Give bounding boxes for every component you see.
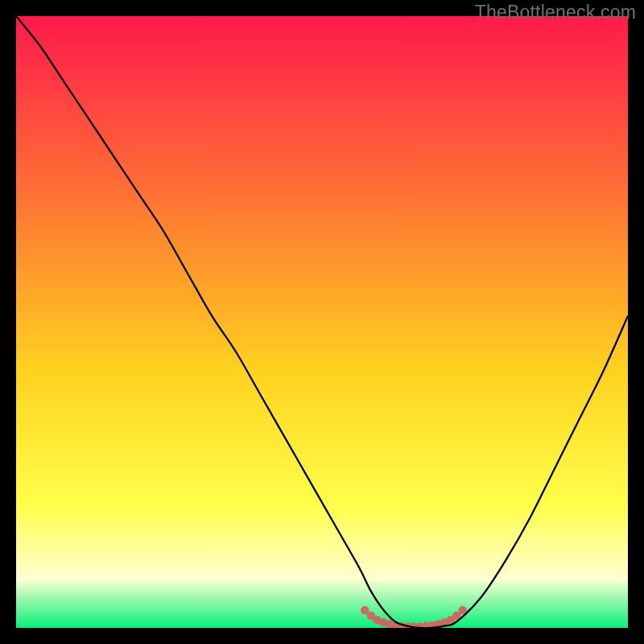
- gradient-background: [16, 16, 628, 628]
- bottleneck-chart: [16, 16, 628, 628]
- watermark-text: TheBottleneck.com: [475, 2, 636, 23]
